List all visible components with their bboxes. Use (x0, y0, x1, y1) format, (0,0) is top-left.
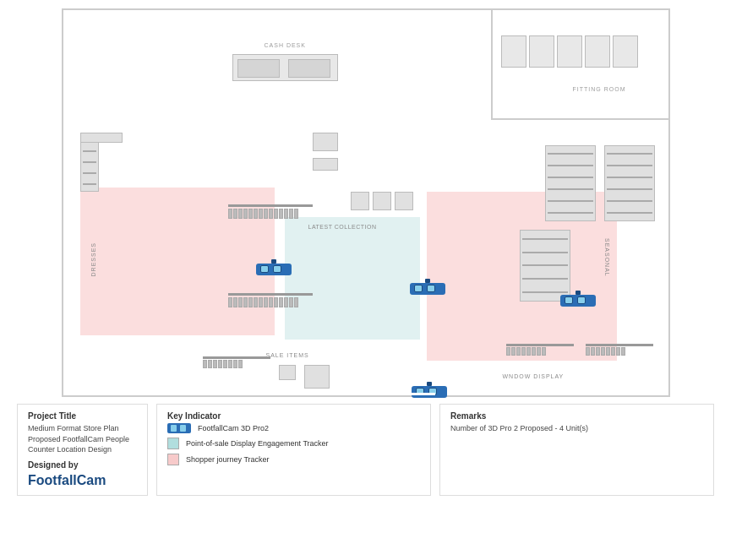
camera-2 (410, 279, 445, 295)
remarks-label: Remarks (450, 411, 703, 421)
label-cash-desk: CASH DESK (265, 42, 306, 48)
info-section: Project Title Medium Format Store Plan P… (8, 404, 723, 496)
cash-desk-counter (232, 54, 338, 81)
entrance-gap (359, 393, 435, 395)
project-title-label: Project Title (28, 411, 137, 421)
key-indicator-box: Key Indicator FootfallCam 3D Pro2 Point-… (156, 404, 431, 496)
shelf-right-top (545, 145, 596, 221)
rack-window-1 (203, 356, 270, 369)
key-item-camera: FootfallCam 3D Pro2 (167, 423, 420, 433)
key-indicator-label: Key Indicator (167, 411, 420, 421)
label-dresses: DRESSES (90, 242, 96, 276)
camera-3 (560, 291, 596, 307)
zone-latest (285, 217, 420, 340)
key-item-pink: Shopper journey Tracker (167, 454, 420, 465)
project-subtitle: Proposed FootfallCam People (28, 434, 137, 445)
key-item-camera-label: FootfallCam 3D Pro2 (198, 424, 269, 432)
label-fitting-room: FITTING ROOM (573, 86, 626, 92)
sale-display-small (279, 365, 296, 380)
label-sale: SALE ITEMS (266, 352, 309, 358)
key-item-teal-label: Point-of-sale Display Engagement Tracker (186, 439, 329, 448)
designed-by-label: Designed by (28, 460, 137, 470)
remarks-text: Number of 3D Pro 2 Proposed - 4 Unit(s) (450, 423, 703, 434)
rack-seasonal-bottom-1 (506, 344, 574, 356)
project-box: Project Title Medium Format Store Plan P… (17, 404, 148, 496)
key-pink-icon (167, 454, 179, 465)
footfallcam-logo: FootfallCam (28, 473, 137, 488)
key-camera-icon (167, 423, 191, 433)
floorplan: DRESSES LATEST COLLECTION SEASONAL SALE … (62, 8, 670, 397)
label-window: WNDOW DISPLAY (503, 373, 565, 379)
project-title: Medium Format Store Plan (28, 423, 137, 434)
label-seasonal: SEASONAL (604, 238, 610, 277)
camera-4 (412, 382, 447, 398)
display-row (351, 192, 413, 210)
rack-seasonal-bottom-2 (586, 344, 653, 356)
main-container: DRESSES LATEST COLLECTION SEASONAL SALE … (0, 0, 731, 560)
label-latest: LATEST COLLECTION (308, 224, 377, 230)
key-teal-icon (167, 438, 179, 449)
center-display-2 (313, 158, 338, 171)
shelf-right-top2 (604, 145, 655, 221)
project-subtitle2: Counter Location Design (28, 444, 137, 455)
remarks-box: Remarks Number of 3D Pro 2 Proposed - 4 … (439, 404, 714, 496)
key-item-pink-label: Shopper journey Tracker (186, 455, 270, 464)
key-item-teal: Point-of-sale Display Engagement Tracker (167, 438, 420, 449)
rack-dresses-bottom (228, 293, 313, 308)
sale-display-med (304, 365, 330, 389)
top-shelf-left (80, 133, 123, 143)
fitting-room: FITTING ROOM (491, 10, 668, 120)
rack-dresses-top (228, 204, 313, 220)
camera-1 (256, 259, 292, 275)
display-table-1 (313, 133, 338, 151)
